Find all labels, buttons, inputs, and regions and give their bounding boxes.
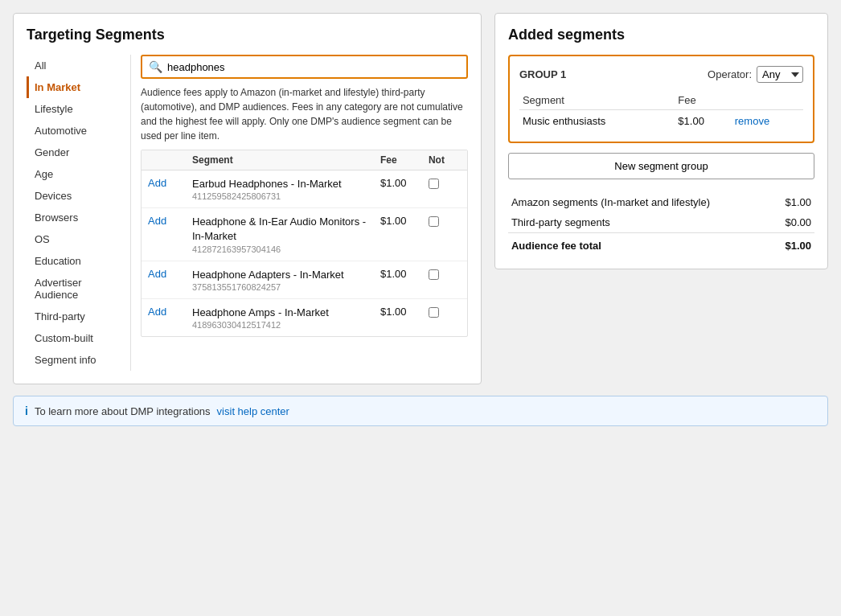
group-segment-table: Segment Fee Music enthusiasts$1.00remove: [519, 91, 803, 132]
col-not: Not: [429, 154, 461, 166]
segment-name: Earbud Headphones - In-Market: [192, 177, 380, 191]
group-col-segment: Segment: [519, 91, 675, 110]
search-area: 🔍 Audience fees apply to Amazon (in-mark…: [131, 55, 468, 371]
table-row: AddEarbud Headphones - In-Market41125958…: [142, 170, 467, 208]
sidebar-nav-item-browsers[interactable]: Browsers: [27, 207, 130, 228]
summary-label: Third-party segments: [508, 212, 773, 233]
add-segment-button[interactable]: Add: [148, 268, 166, 280]
summary-total-label: Audience fee total: [508, 233, 773, 257]
sidebar-nav: AllIn MarketLifestyleAutomotiveGenderAge…: [27, 55, 131, 371]
group-segment-action: remove: [732, 110, 803, 133]
sidebar-nav-item-education[interactable]: Education: [27, 250, 130, 272]
summary-row: Amazon segments (In-market and lifestyle…: [508, 192, 814, 212]
sidebar-nav-item-all[interactable]: All: [27, 55, 130, 76]
info-bar: i To learn more about DMP integrations v…: [13, 396, 828, 426]
sidebar-nav-item-age[interactable]: Age: [27, 163, 130, 185]
segment-name-cell: Headphone Adapters - In-Market3758135517…: [192, 268, 380, 292]
summary-table: Amazon segments (In-market and lifestyle…: [508, 192, 814, 256]
summary-value: $1.00: [773, 192, 814, 212]
remove-segment-link[interactable]: remove: [735, 115, 769, 127]
search-input[interactable]: [167, 61, 460, 73]
sidebar-nav-item-custom-built[interactable]: Custom-built: [27, 327, 130, 349]
sidebar-nav-item-os[interactable]: OS: [27, 228, 130, 250]
segment-id: 411259582425806731: [192, 191, 380, 201]
sidebar-nav-item-lifestyle[interactable]: Lifestyle: [27, 98, 130, 120]
summary-label: Amazon segments (In-market and lifestyle…: [508, 192, 773, 212]
group-segment-name: Music enthusiasts: [519, 110, 675, 133]
summary-row: Third-party segments$0.00: [508, 212, 814, 233]
operator-select[interactable]: AnyAllNone: [757, 66, 803, 83]
sidebar-nav-item-advertiser-audience[interactable]: Advertiser Audience: [27, 272, 130, 306]
segment-fee: $1.00: [380, 215, 429, 227]
group-segment-fee: $1.00: [675, 110, 731, 133]
segment-fee: $1.00: [380, 268, 429, 280]
segment-name-cell: Earbud Headphones - In-Market41125958242…: [192, 177, 380, 201]
sidebar-nav-item-automotive[interactable]: Automotive: [27, 120, 130, 142]
search-icon: 🔍: [149, 60, 162, 73]
audience-fee-info: Audience fees apply to Amazon (in-market…: [141, 85, 468, 143]
operator-label: Operator:: [708, 68, 752, 80]
segment-not-checkbox[interactable]: [429, 216, 439, 227]
group-header: GROUP 1 Operator: AnyAllNone: [519, 66, 803, 83]
summary-total-row: Audience fee total$1.00: [508, 233, 814, 257]
segment-not-cell: [429, 268, 461, 280]
col-add: [148, 154, 192, 166]
summary-total-value: $1.00: [773, 233, 814, 257]
sidebar-nav-item-gender[interactable]: Gender: [27, 142, 130, 163]
right-panel-title: Added segments: [508, 27, 814, 43]
sidebar-nav-item-third-party[interactable]: Third-party: [27, 306, 130, 327]
table-row: AddHeadphone Adapters - In-Market3758135…: [142, 261, 467, 299]
segment-not-checkbox[interactable]: [429, 269, 439, 280]
segment-id: 375813551760824257: [192, 282, 380, 292]
col-fee: Fee: [380, 154, 429, 166]
segment-id: 418963030412517412: [192, 320, 380, 330]
group-box: GROUP 1 Operator: AnyAllNone Segment Fee: [508, 55, 814, 143]
segment-not-cell: [429, 177, 461, 189]
sidebar-nav-item-segment-info[interactable]: Segment info: [27, 349, 130, 371]
segment-name-cell: Headphone & In-Ear Audio Monitors - In-M…: [192, 215, 380, 253]
added-segments-panel: Added segments GROUP 1 Operator: AnyAllN…: [494, 13, 828, 269]
group-segment-row: Music enthusiasts$1.00remove: [519, 110, 803, 133]
info-bar-text: To learn more about DMP integrations: [35, 405, 211, 417]
add-segment-button[interactable]: Add: [148, 306, 166, 318]
group-col-fee: Fee: [675, 91, 731, 110]
sidebar-nav-item-devices[interactable]: Devices: [27, 185, 130, 207]
sidebar-nav-item-in-market[interactable]: In Market: [27, 76, 130, 98]
table-row: AddHeadphone & In-Ear Audio Monitors - I…: [142, 208, 467, 261]
group-label: GROUP 1: [519, 68, 566, 80]
col-segment: Segment: [192, 154, 380, 166]
summary-value: $0.00: [773, 212, 814, 233]
help-center-link[interactable]: visit help center: [217, 405, 289, 417]
segment-name-cell: Headphone Amps - In-Market41896303041251…: [192, 306, 380, 330]
add-button-1[interactable]: Add: [148, 215, 192, 227]
add-button-3[interactable]: Add: [148, 306, 192, 318]
segments-table-wrapper: Segment Fee Not AddEarbud Headphones - I…: [141, 150, 468, 337]
add-button-0[interactable]: Add: [148, 177, 192, 189]
segment-fee: $1.00: [380, 177, 429, 189]
segment-not-checkbox[interactable]: [429, 307, 439, 318]
segment-name: Headphone Amps - In-Market: [192, 306, 380, 320]
add-segment-button[interactable]: Add: [148, 215, 166, 227]
search-box-container: 🔍: [141, 55, 468, 79]
left-panel-title: Targeting Segments: [27, 27, 468, 43]
segments-scroll[interactable]: AddEarbud Headphones - In-Market41125958…: [142, 170, 467, 336]
segment-not-cell: [429, 215, 461, 227]
segment-name: Headphone Adapters - In-Market: [192, 268, 380, 282]
info-icon: i: [25, 405, 28, 417]
table-row: AddHeadphone Amps - In-Market41896303041…: [142, 299, 467, 336]
group-col-action: [732, 91, 803, 110]
segment-fee: $1.00: [380, 306, 429, 318]
segment-name: Headphone & In-Ear Audio Monitors - In-M…: [192, 215, 380, 244]
segment-not-checkbox[interactable]: [429, 179, 439, 189]
segments-table-header: Segment Fee Not: [142, 150, 467, 170]
segment-id: 412872163957304146: [192, 244, 380, 254]
add-segment-button[interactable]: Add: [148, 177, 166, 189]
segment-not-cell: [429, 306, 461, 318]
add-button-2[interactable]: Add: [148, 268, 192, 280]
new-segment-group-button[interactable]: New segment group: [508, 153, 814, 179]
targeting-segments-panel: Targeting Segments AllIn MarketLifestyle…: [13, 13, 482, 384]
operator-row: Operator: AnyAllNone: [708, 66, 803, 83]
